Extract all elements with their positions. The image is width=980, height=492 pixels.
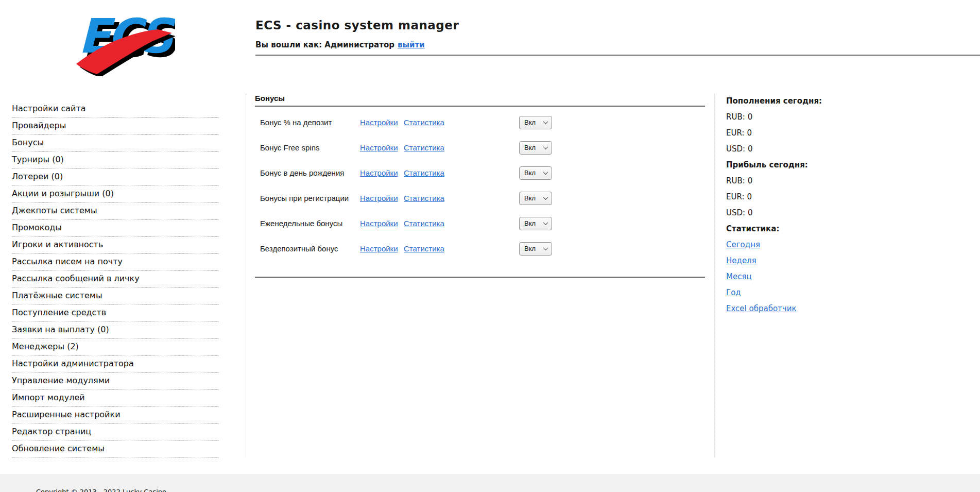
sidebar-item-module-management[interactable]: Управление модулями bbox=[12, 373, 219, 390]
statistics-link[interactable]: Статистика bbox=[404, 244, 444, 253]
currency-value: 0 bbox=[748, 208, 753, 217]
stats-link-week[interactable]: Неделя bbox=[726, 256, 757, 265]
currency-label: USD: bbox=[726, 208, 745, 217]
settings-link[interactable]: Настройки bbox=[360, 118, 398, 127]
settings-link[interactable]: Настройки bbox=[360, 194, 398, 202]
bonus-toggle-select[interactable]: Вкл bbox=[519, 166, 552, 180]
sidebar-item-players-activity[interactable]: Игроки и активность bbox=[12, 237, 219, 254]
sidebar-item-advanced-settings[interactable]: Расширенные настройки bbox=[12, 407, 219, 424]
bonus-label: Бонус в день рождения bbox=[260, 168, 360, 177]
select-value: Вкл bbox=[524, 245, 536, 252]
bonus-toggle-select[interactable]: Вкл bbox=[519, 141, 552, 155]
sidebar-item-lotteries[interactable]: Лотереи (0) bbox=[12, 169, 219, 186]
select-value: Вкл bbox=[524, 144, 536, 151]
bonus-label: Бонус % на депозит bbox=[260, 118, 360, 127]
bonus-label: Бездепозитный бонус bbox=[260, 244, 360, 253]
statistics-link[interactable]: Статистика bbox=[404, 143, 444, 152]
deposit-eur: EUR:0 bbox=[726, 125, 968, 141]
sidebar-item-email-mailing[interactable]: Рассылка писем на почту bbox=[12, 254, 219, 271]
ecs-logo-image: ECS ECS bbox=[70, 6, 175, 76]
select-value: Вкл bbox=[524, 219, 536, 227]
sidebar-item-page-editor[interactable]: Редактор страниц bbox=[12, 424, 219, 441]
settings-link[interactable]: Настройки bbox=[360, 143, 398, 152]
bonus-label: Бонус Free spins bbox=[260, 143, 360, 152]
currency-label: EUR: bbox=[726, 192, 744, 201]
copyright-text: Copyright © 2013 - 2022 Lucky Casino bbox=[36, 488, 166, 492]
currency-label: USD: bbox=[726, 144, 745, 154]
bonus-toggle-select[interactable]: Вкл bbox=[519, 217, 552, 230]
bonus-toggle-select[interactable]: Вкл bbox=[519, 116, 552, 129]
page-title: ECS - casino system manager bbox=[255, 19, 459, 32]
bottom-divider bbox=[255, 277, 705, 278]
select-value: Вкл bbox=[524, 169, 536, 177]
settings-link[interactable]: Настройки bbox=[360, 244, 398, 253]
statistics-link[interactable]: Статистика bbox=[404, 194, 444, 202]
bonus-row: Бонус Free spins Настройки Статистика Вк… bbox=[255, 135, 714, 160]
sidebar-item-payout-requests[interactable]: Заявки на выплату (0) bbox=[12, 322, 219, 339]
sidebar-item-bonuses[interactable]: Бонусы bbox=[12, 135, 219, 152]
bonus-label: Бонусы при регистрации bbox=[260, 194, 360, 202]
statistics-link[interactable]: Статистика bbox=[404, 168, 444, 177]
settings-link[interactable]: Настройки bbox=[360, 168, 398, 177]
stats-link-excel-processor[interactable]: Excel обработчик bbox=[726, 304, 796, 313]
sidebar-item-providers[interactable]: Провайдеры bbox=[12, 118, 219, 135]
sidebar-item-managers[interactable]: Менеджеры (2) bbox=[12, 339, 219, 356]
chevron-down-icon bbox=[543, 245, 548, 250]
ecs-logo[interactable]: ECS ECS bbox=[70, 6, 175, 76]
currency-label: EUR: bbox=[726, 128, 744, 138]
bonus-row: Еженедельные бонусы Настройки Статистика… bbox=[255, 211, 714, 236]
bonus-row: Бонус в день рождения Настройки Статисти… bbox=[255, 160, 714, 185]
stats-link-month[interactable]: Месяц bbox=[726, 272, 752, 281]
currency-label: RUB: bbox=[726, 112, 745, 122]
bonus-row: Бездепозитный бонус Настройки Статистика… bbox=[255, 236, 714, 261]
profit-eur: EUR:0 bbox=[726, 189, 968, 205]
sidebar-item-system-update[interactable]: Обновление системы bbox=[12, 441, 219, 458]
settings-link[interactable]: Настройки bbox=[360, 219, 398, 228]
sidebar-item-site-settings[interactable]: Настройки сайта bbox=[12, 101, 219, 118]
sidebar-item-admin-settings[interactable]: Настройки администратора bbox=[12, 356, 219, 373]
bonuses-heading: Бонусы bbox=[255, 94, 714, 103]
currency-value: 0 bbox=[748, 176, 753, 185]
currency-value: 0 bbox=[748, 144, 753, 154]
sidebar-item-promotions[interactable]: Акции и розыгрыши (0) bbox=[12, 186, 219, 203]
select-value: Вкл bbox=[524, 118, 536, 126]
sidebar-item-promocodes[interactable]: Промокоды bbox=[12, 220, 219, 237]
currency-label: RUB: bbox=[726, 176, 745, 185]
bonuses-panel: Бонусы Бонус % на депозит Настройки Стат… bbox=[246, 94, 715, 457]
profit-usd: USD:0 bbox=[726, 205, 968, 220]
sidebar-item-pm-mailing[interactable]: Рассылка сообщений в личку bbox=[12, 271, 219, 288]
login-status: Вы вошли как: Администраторвыйти bbox=[255, 40, 425, 49]
currency-value: 0 bbox=[748, 112, 753, 122]
chevron-down-icon bbox=[543, 144, 548, 149]
statistics-link[interactable]: Статистика bbox=[404, 118, 444, 127]
login-status-label: Вы вошли как: Администратор bbox=[255, 40, 394, 49]
profit-rub: RUB:0 bbox=[726, 173, 968, 189]
bonus-label: Еженедельные бонусы bbox=[260, 219, 360, 228]
statistics-link[interactable]: Статистика bbox=[404, 219, 444, 228]
bonus-toggle-select[interactable]: Вкл bbox=[519, 242, 552, 256]
chevron-down-icon bbox=[543, 169, 548, 175]
sidebar-item-module-import[interactable]: Импорт модулей bbox=[12, 390, 219, 407]
sidebar-item-incoming-funds[interactable]: Поступление средств bbox=[12, 305, 219, 322]
profit-today-heading: Прибыль сегодня: bbox=[726, 157, 968, 173]
deposits-today-heading: Пополнения сегодня: bbox=[726, 93, 968, 109]
sidebar-item-jackpots[interactable]: Джекпоты системы bbox=[12, 203, 219, 220]
currency-value: 0 bbox=[747, 192, 752, 201]
bonus-rows: Бонус % на депозит Настройки Статистика … bbox=[255, 110, 714, 261]
sidebar-item-tournaments[interactable]: Турниры (0) bbox=[12, 152, 219, 169]
sidebar-nav: Настройки сайта Провайдеры Бонусы Турнир… bbox=[12, 101, 219, 458]
stats-panel: Пополнения сегодня: RUB:0 EUR:0 USD:0 Пр… bbox=[726, 93, 968, 316]
header-divider bbox=[255, 55, 980, 56]
bonus-row: Бонус % на депозит Настройки Статистика … bbox=[255, 110, 714, 135]
chevron-down-icon bbox=[543, 119, 548, 124]
chevron-down-icon bbox=[543, 220, 548, 225]
logout-link[interactable]: выйти bbox=[398, 40, 425, 49]
stats-link-year[interactable]: Год bbox=[726, 288, 741, 297]
chevron-down-icon bbox=[543, 195, 548, 200]
footer: Copyright © 2013 - 2022 Lucky Casino bbox=[0, 474, 980, 492]
statistics-heading: Статистика: bbox=[726, 220, 968, 236]
sidebar-item-payment-systems[interactable]: Платёжные системы bbox=[12, 288, 219, 305]
stats-link-today[interactable]: Сегодня bbox=[726, 240, 760, 249]
bonus-row: Бонусы при регистрации Настройки Статист… bbox=[255, 185, 714, 211]
bonus-toggle-select[interactable]: Вкл bbox=[519, 192, 552, 205]
